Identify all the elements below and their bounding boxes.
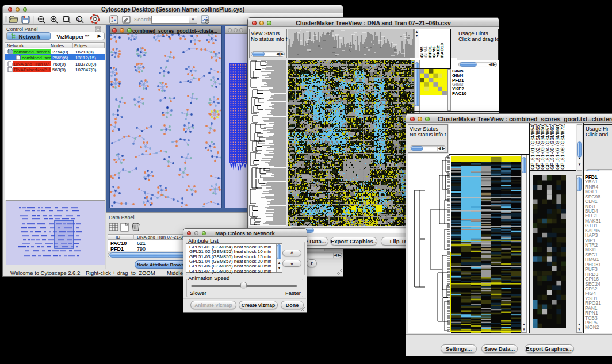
svg-text:1:1: 1:1 — [78, 18, 82, 21]
svg-text:Search:: Search: — [134, 16, 153, 22]
